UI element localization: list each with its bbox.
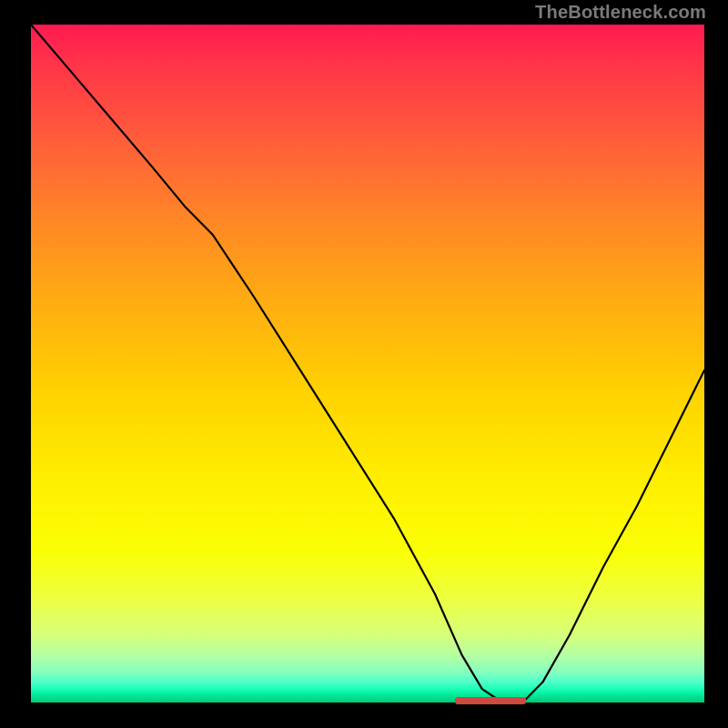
optimal-range-marker [455, 697, 526, 704]
watermark-text: TheBottleneck.com [535, 2, 706, 23]
plot-area [31, 25, 704, 703]
chart-frame: TheBottleneck.com [0, 0, 728, 728]
bottleneck-curve [31, 25, 704, 703]
